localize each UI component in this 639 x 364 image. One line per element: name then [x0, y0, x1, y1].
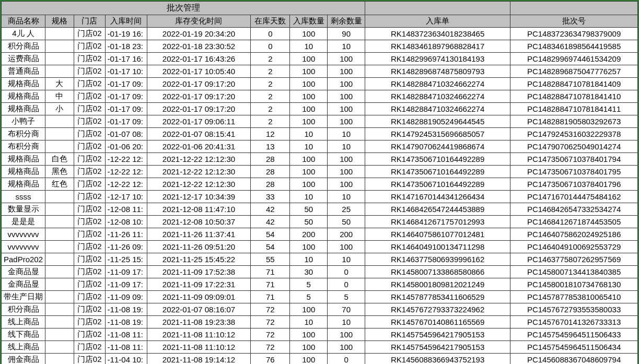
cell-remain[interactable]: 200: [328, 228, 365, 241]
table-row[interactable]: 规格商品黑色门店02-12-22 12:2021-12-22 12:12:302…: [2, 166, 638, 178]
cell-remain[interactable]: 0: [328, 266, 365, 278]
cell-inQty[interactable]: 10: [290, 128, 328, 140]
cell-remain[interactable]: 10: [328, 40, 365, 53]
cell-batch[interactable]: PC1458007134413840385: [510, 266, 638, 278]
cell-inQty[interactable]: 100: [290, 341, 328, 354]
cell-days[interactable]: 72: [251, 328, 290, 341]
col-header-5[interactable]: 在库天数: [251, 15, 290, 28]
cell-chgTime[interactable]: 2021-11-08 19:14:12: [147, 354, 251, 365]
cell-name[interactable]: 规格商品: [2, 78, 45, 90]
cell-inQty[interactable]: 100: [290, 65, 328, 78]
table-row[interactable]: 积分商品门店02-01-18 23:2022-01-18 23:30:52010…: [2, 40, 638, 53]
cell-store[interactable]: 门店02: [74, 153, 105, 166]
cell-remain[interactable]: 100: [328, 65, 365, 78]
cell-batch[interactable]: PC1457670141326733313: [510, 316, 638, 328]
cell-store[interactable]: 门店02: [74, 303, 105, 316]
table-row[interactable]: 规格商品小门店02-01-17 09:2022-01-17 09:17:2021…: [2, 103, 638, 115]
cell-remain[interactable]: 100: [328, 328, 365, 341]
cell-days[interactable]: 2: [251, 65, 290, 78]
cell-days[interactable]: 55: [251, 253, 290, 266]
cell-slip[interactable]: RK1482884710324662274: [365, 78, 510, 90]
cell-spec[interactable]: [45, 216, 74, 228]
batch-table[interactable]: 批次管理 商品名称规格门店入库时间库存变化时间在库天数入库数量剩余数量入库单批次…: [1, 1, 638, 364]
table-row[interactable]: 普通商品门店02-01-17 10:2022-01-17 10:05:40210…: [2, 65, 638, 78]
cell-inTime[interactable]: -11-04 10:: [105, 354, 147, 365]
cell-batch[interactable]: PC1457545964511506433: [510, 328, 638, 341]
cell-slip[interactable]: RK1482896874875809793: [365, 65, 510, 78]
cell-chgTime[interactable]: 2022-01-17 09:17:20: [147, 90, 251, 103]
table-row[interactable]: 是是是门店02-12-08 10:2021-12-08 10:50:374250…: [2, 216, 638, 228]
cell-chgTime[interactable]: 2021-11-26 09:51:20: [147, 241, 251, 253]
cell-spec[interactable]: [45, 28, 74, 40]
cell-chgTime[interactable]: 2022-01-18 23:30:52: [147, 40, 251, 53]
cell-batch[interactable]: PC1457545964511506434: [510, 341, 638, 354]
table-row[interactable]: 布积分商门店02-01-06 20:2022-01-06 20:41:31131…: [2, 140, 638, 153]
cell-batch[interactable]: PC1482884710781841411: [510, 103, 638, 115]
cell-remain[interactable]: 0: [328, 278, 365, 291]
cell-name[interactable]: 线上商品: [2, 341, 45, 354]
cell-inTime[interactable]: -11-08 11:: [105, 341, 147, 354]
cell-slip[interactable]: RK1458001809812021249: [365, 278, 510, 291]
cell-inQty[interactable]: 100: [290, 354, 328, 365]
cell-chgTime[interactable]: 2021-12-22 12:12:30: [147, 153, 251, 166]
cell-remain[interactable]: 10: [328, 140, 365, 153]
cell-inQty[interactable]: 100: [290, 90, 328, 103]
cell-batch[interactable]: PC1457877853810065410: [510, 291, 638, 303]
cell-spec[interactable]: [45, 253, 74, 266]
cell-batch[interactable]: PC1473506710378401796: [510, 178, 638, 191]
cell-days[interactable]: 2: [251, 103, 290, 115]
cell-remain[interactable]: 70: [328, 303, 365, 316]
cell-store[interactable]: 门店02: [74, 216, 105, 228]
cell-days[interactable]: 13: [251, 140, 290, 153]
cell-spec[interactable]: 中: [45, 90, 74, 103]
table-row[interactable]: 佣金商品门店02-11-04 10:2021-11-08 19:14:12761…: [2, 354, 638, 365]
cell-name[interactable]: vvvvvvvv: [2, 241, 45, 253]
cell-spec[interactable]: [45, 291, 74, 303]
cell-chgTime[interactable]: 2021-11-09 09:09:01: [147, 291, 251, 303]
cell-store[interactable]: 门店02: [74, 128, 105, 140]
cell-spec[interactable]: [45, 65, 74, 78]
cell-chgTime[interactable]: 2022-01-17 09:06:11: [147, 115, 251, 128]
cell-name[interactable]: 线上商品: [2, 316, 45, 328]
col-header-6[interactable]: 入库数量: [290, 15, 328, 28]
cell-inTime[interactable]: -11-08 19:: [105, 316, 147, 328]
cell-slip[interactable]: RK1483461897968828417: [365, 40, 510, 53]
cell-remain[interactable]: 0: [328, 354, 365, 365]
cell-days[interactable]: 72: [251, 316, 290, 328]
cell-spec[interactable]: 大: [45, 78, 74, 90]
cell-chgTime[interactable]: 2021-11-09 17:22:31: [147, 278, 251, 291]
cell-chgTime[interactable]: 2022-01-07 08:15:41: [147, 128, 251, 140]
cell-spec[interactable]: [45, 53, 74, 65]
cell-batch[interactable]: PC1458001810734768130: [510, 278, 638, 291]
cell-remain[interactable]: 50: [328, 216, 365, 228]
cell-days[interactable]: 71: [251, 266, 290, 278]
cell-store[interactable]: 门店02: [74, 191, 105, 203]
cell-slip[interactable]: RK1468426547244453889: [365, 203, 510, 216]
cell-spec[interactable]: [45, 40, 74, 53]
cell-batch[interactable]: PC1483723634798379009: [510, 28, 638, 40]
cell-inQty[interactable]: 200: [290, 228, 328, 241]
col-header-3[interactable]: 入库时间: [105, 15, 147, 28]
cell-inTime[interactable]: -01-17 10:: [105, 65, 147, 78]
cell-remain[interactable]: 10: [328, 316, 365, 328]
cell-days[interactable]: 71: [251, 291, 290, 303]
cell-remain[interactable]: 25: [328, 203, 365, 216]
cell-name[interactable]: 规格商品: [2, 153, 45, 166]
cell-remain[interactable]: 100: [328, 153, 365, 166]
cell-remain[interactable]: 100: [328, 166, 365, 178]
cell-name[interactable]: 带生产日期: [2, 291, 45, 303]
cell-slip[interactable]: RK1457670140861165569: [365, 316, 510, 328]
cell-inTime[interactable]: -11-08 11:: [105, 328, 147, 341]
table-row[interactable]: 带生产日期门店02-11-09 09:2021-11-09 09:09:0171…: [2, 291, 638, 303]
cell-name[interactable]: 金商品显: [2, 266, 45, 278]
cell-slip[interactable]: RK1456088366943752193: [365, 354, 510, 365]
cell-inQty[interactable]: 50: [290, 216, 328, 228]
cell-store[interactable]: 门店02: [74, 341, 105, 354]
table-row[interactable]: 积分商品门店02-11-08 19:2022-01-07 08:16:07721…: [2, 303, 638, 316]
cell-inTime[interactable]: -01-17 09:: [105, 90, 147, 103]
cell-inTime[interactable]: -01-17 09:: [105, 115, 147, 128]
cell-slip[interactable]: RK1458007133868580866: [365, 266, 510, 278]
cell-inQty[interactable]: 100: [290, 303, 328, 316]
cell-store[interactable]: 门店02: [74, 78, 105, 90]
table-row[interactable]: 金商品显门店02-11-09 17:2021-11-09 17:22:31715…: [2, 278, 638, 291]
